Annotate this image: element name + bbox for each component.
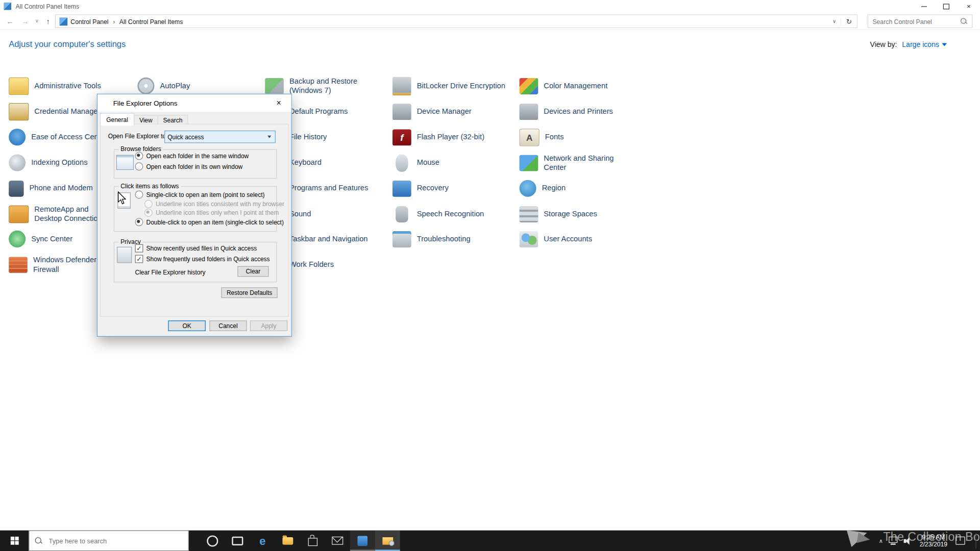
file-explorer-options-taskbar-button[interactable] bbox=[375, 531, 400, 551]
cpl-item-phone-and-modem[interactable]: Phone and Modem bbox=[9, 176, 109, 201]
cpl-item-sync-center[interactable]: Sync Center bbox=[9, 226, 111, 252]
cpl-item-flash-player[interactable]: Flash Player (32-bit) bbox=[393, 124, 518, 150]
address-dropdown-button[interactable]: ∨ bbox=[828, 18, 840, 24]
edge-icon: e bbox=[259, 535, 265, 546]
checkbox-recent-files[interactable]: ✓ Show recently used files in Quick acce… bbox=[135, 244, 257, 253]
close-button[interactable]: × bbox=[958, 0, 980, 12]
cpl-item-label[interactable]: Network and Sharing Center bbox=[544, 154, 619, 172]
cpl-item-label[interactable]: Color Management bbox=[544, 81, 619, 90]
cancel-button[interactable]: Cancel bbox=[209, 320, 247, 331]
action-center-icon[interactable] bbox=[955, 537, 965, 545]
cpl-item-label[interactable]: Recovery bbox=[417, 184, 518, 193]
restore-defaults-button[interactable]: Restore Defaults bbox=[221, 287, 277, 298]
dialog-close-button[interactable]: × bbox=[266, 94, 291, 111]
breadcrumb-all-control-panel-items[interactable]: All Control Panel Items bbox=[116, 18, 186, 24]
window-titlebar[interactable]: All Control Panel Items × bbox=[0, 0, 980, 12]
cpl-item-recovery[interactable]: Recovery bbox=[393, 176, 518, 201]
up-button[interactable]: ↑ bbox=[42, 12, 54, 29]
radio-single-click[interactable]: Single-click to open an item (point to s… bbox=[135, 190, 264, 198]
taskbar-search[interactable] bbox=[29, 531, 188, 551]
cpl-item-speech-recognition[interactable]: Speech Recognition bbox=[393, 201, 518, 227]
cpl-item-mouse[interactable]: Mouse bbox=[393, 150, 518, 176]
cpl-item-label[interactable]: BitLocker Drive Encryption bbox=[417, 81, 518, 90]
cpl-item-storage-spaces[interactable]: Storage Spaces bbox=[520, 201, 619, 227]
cpl-item-indexing-options[interactable]: Indexing Options bbox=[9, 150, 111, 176]
credential-manager-icon bbox=[9, 103, 29, 120]
cpl-item-network-and-sharing[interactable]: Network and Sharing Center bbox=[520, 150, 619, 176]
start-button[interactable] bbox=[0, 531, 29, 551]
cpl-item-devices-and-printers[interactable]: Devices and Printers bbox=[520, 98, 619, 124]
network-icon[interactable] bbox=[889, 537, 898, 545]
cpl-item-region[interactable]: Region bbox=[520, 176, 617, 201]
show-desktop-button[interactable] bbox=[975, 533, 976, 548]
cpl-item-label[interactable]: Mouse bbox=[417, 158, 518, 167]
clock-time: 9:25 AM bbox=[917, 533, 950, 541]
apply-button[interactable]: Apply bbox=[250, 320, 287, 331]
dialog-titlebar[interactable]: File Explorer Options × bbox=[97, 94, 291, 112]
cpl-item-device-manager[interactable]: Device Manager bbox=[393, 98, 518, 124]
cpl-item-label[interactable]: Flash Player (32-bit) bbox=[417, 133, 518, 142]
cpl-item-troubleshooting[interactable]: Troubleshooting bbox=[393, 226, 518, 252]
checkbox-frequent-folders[interactable]: ✓ Show frequently used folders in Quick … bbox=[135, 255, 270, 263]
forward-button[interactable]: → bbox=[19, 12, 31, 29]
taskbar-clock[interactable]: 9:25 AM 2/23/2019 bbox=[917, 533, 950, 548]
control-panel-search[interactable] bbox=[868, 14, 973, 28]
radio-open-own-window[interactable]: Open each folder in its own window bbox=[135, 162, 242, 170]
edge-button[interactable]: e bbox=[250, 531, 275, 551]
cpl-item-bitlocker[interactable]: BitLocker Drive Encryption bbox=[393, 73, 518, 98]
mail-button[interactable] bbox=[325, 531, 350, 551]
task-view-button[interactable] bbox=[225, 531, 250, 551]
cpl-item-label[interactable]: Storage Spaces bbox=[544, 209, 619, 218]
dropdown-arrow-icon bbox=[267, 136, 271, 138]
radio-icon bbox=[135, 162, 143, 170]
cpl-item-label[interactable]: Administrative Tools bbox=[34, 81, 114, 90]
recent-pages-button[interactable]: ∨ bbox=[33, 12, 41, 29]
address-bar[interactable]: Control Panel › All Control Panel Items … bbox=[55, 14, 857, 28]
radio-open-same-window[interactable]: Open each folder in the same window bbox=[135, 152, 249, 160]
cpl-item-label[interactable]: Devices and Printers bbox=[544, 107, 619, 116]
back-button[interactable]: ← bbox=[4, 12, 16, 29]
cpl-item-user-accounts[interactable]: User Accounts bbox=[520, 226, 619, 252]
cpl-item-label[interactable]: AutoPlay bbox=[160, 81, 254, 90]
taskbar-search-input[interactable] bbox=[47, 536, 188, 545]
minimize-button[interactable] bbox=[913, 0, 935, 12]
control-panel-icon bbox=[357, 536, 368, 546]
file-explorer-button[interactable] bbox=[275, 531, 300, 551]
view-by-dropdown[interactable]: Large icons bbox=[902, 41, 947, 48]
tab-general[interactable]: General bbox=[100, 113, 134, 126]
cpl-item-label[interactable]: Device Manager bbox=[417, 107, 518, 116]
ok-button[interactable]: OK bbox=[168, 320, 205, 331]
cpl-item-label[interactable]: Taskbar and Navigation bbox=[289, 234, 373, 243]
cpl-item-label[interactable]: Speech Recognition bbox=[417, 209, 518, 218]
clear-button[interactable]: Clear bbox=[237, 266, 268, 277]
cpl-item-label[interactable]: Default Programs bbox=[289, 107, 373, 116]
radio-underline-browser[interactable]: Underline icon titles consistent with my… bbox=[144, 200, 284, 208]
cpl-item-fonts[interactable]: Fonts bbox=[520, 124, 620, 150]
refresh-button[interactable]: ↻ bbox=[841, 17, 857, 26]
hidden-icons-button[interactable]: ∧ bbox=[879, 538, 883, 544]
minimize-icon bbox=[921, 6, 926, 7]
cpl-item-label[interactable]: File History bbox=[289, 133, 373, 142]
open-to-dropdown[interactable]: Quick access bbox=[164, 131, 276, 143]
control-panel-taskbar-button[interactable] bbox=[350, 531, 375, 551]
search-input[interactable] bbox=[868, 17, 960, 26]
cpl-item-label[interactable]: Keyboard bbox=[289, 158, 373, 167]
cpl-item-ease-of-access[interactable]: Ease of Access Center bbox=[9, 124, 111, 150]
cpl-item-label[interactable]: Troubleshooting bbox=[417, 234, 518, 243]
maximize-button[interactable] bbox=[935, 0, 958, 12]
cpl-item-label[interactable]: Backup and Restore (Windows 7) bbox=[289, 77, 373, 95]
cpl-item-label[interactable]: Region bbox=[542, 184, 617, 193]
breadcrumb-control-panel[interactable]: Control Panel bbox=[67, 18, 111, 24]
cpl-item-label[interactable]: Programs and Features bbox=[289, 184, 373, 193]
cpl-item-label[interactable]: Fonts bbox=[545, 133, 620, 142]
system-tray: ∧ 9:25 AM 2/23/2019 bbox=[879, 531, 965, 551]
cpl-item-color-management[interactable]: Color Management bbox=[520, 73, 619, 98]
store-button[interactable] bbox=[300, 531, 325, 551]
cpl-item-label[interactable]: Work Folders bbox=[289, 260, 373, 269]
cpl-item-label[interactable]: User Accounts bbox=[544, 234, 619, 243]
radio-double-click[interactable]: Double-click to open an item (single-cli… bbox=[135, 218, 283, 226]
volume-icon[interactable] bbox=[903, 537, 912, 544]
cpl-item-label[interactable]: Sound bbox=[289, 209, 373, 218]
radio-underline-point[interactable]: Underline icon titles only when I point … bbox=[144, 209, 279, 217]
cortana-button[interactable] bbox=[200, 531, 225, 551]
